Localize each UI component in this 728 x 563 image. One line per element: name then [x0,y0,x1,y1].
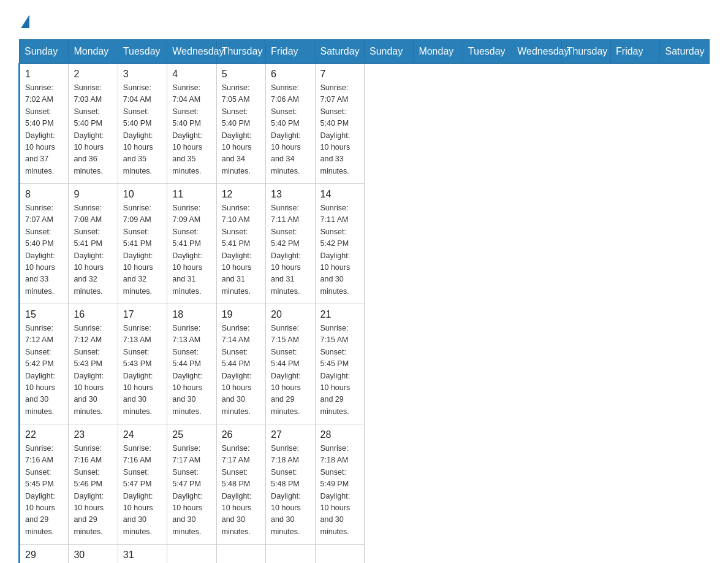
day-cell: 14 Sunrise: 7:11 AMSunset: 5:42 PMDaylig… [315,184,364,304]
day-number: 25 [172,429,211,440]
header-friday: Friday [266,40,315,64]
day-cell: 18 Sunrise: 7:13 AMSunset: 5:44 PMDaylig… [167,304,216,424]
day-cell: 21 Sunrise: 7:15 AMSunset: 5:45 PMDaylig… [315,304,364,424]
day-number: 8 [25,189,63,200]
day-cell: 30 Sunrise: 7:19 AMSunset: 5:50 PMDaylig… [69,545,118,564]
week-row-2: 8 Sunrise: 7:07 AMSunset: 5:40 PMDayligh… [20,184,710,304]
header-tuesday: Tuesday [118,40,167,64]
day-info: Sunrise: 7:08 AMSunset: 5:41 PMDaylight:… [74,202,112,297]
day-number: 19 [222,309,260,320]
header-friday: Friday [611,40,660,64]
calendar-table: SundayMondayTuesdayWednesdayThursdayFrid… [18,39,710,563]
day-info: Sunrise: 7:04 AMSunset: 5:40 PMDaylight:… [172,82,211,177]
day-cell: 16 Sunrise: 7:12 AMSunset: 5:43 PMDaylig… [69,304,118,424]
day-info: Sunrise: 7:17 AMSunset: 5:47 PMDaylight:… [172,443,211,538]
day-info: Sunrise: 7:04 AMSunset: 5:40 PMDaylight:… [123,82,162,177]
day-number: 15 [25,309,63,320]
day-number: 1 [25,69,63,80]
header-thursday: Thursday [216,40,265,64]
day-number: 29 [25,550,63,561]
header-sunday: Sunday [364,40,413,64]
day-cell [266,545,315,564]
day-cell [167,545,216,564]
day-info: Sunrise: 7:10 AMSunset: 5:41 PMDaylight:… [222,202,260,297]
day-cell: 2 Sunrise: 7:03 AMSunset: 5:40 PMDayligh… [69,64,118,184]
day-cell [216,545,265,564]
day-cell: 10 Sunrise: 7:09 AMSunset: 5:41 PMDaylig… [118,184,167,304]
day-cell: 28 Sunrise: 7:18 AMSunset: 5:49 PMDaylig… [315,424,364,545]
day-cell: 25 Sunrise: 7:17 AMSunset: 5:47 PMDaylig… [167,424,216,545]
day-info: Sunrise: 7:16 AMSunset: 5:47 PMDaylight:… [123,443,162,538]
header-tuesday: Tuesday [463,40,512,64]
day-number: 21 [320,309,359,320]
week-row-1: 1 Sunrise: 7:02 AMSunset: 5:40 PMDayligh… [20,64,710,184]
day-cell: 15 Sunrise: 7:12 AMSunset: 5:42 PMDaylig… [20,304,69,424]
day-number: 31 [123,550,162,561]
day-info: Sunrise: 7:11 AMSunset: 5:42 PMDaylight:… [320,202,359,297]
day-number: 22 [25,429,63,440]
header-saturday: Saturday [315,40,364,64]
day-cell: 5 Sunrise: 7:05 AMSunset: 5:40 PMDayligh… [216,64,265,184]
day-info: Sunrise: 7:07 AMSunset: 5:40 PMDaylight:… [320,82,359,177]
day-info: Sunrise: 7:13 AMSunset: 5:44 PMDaylight:… [172,323,211,418]
logo [18,12,29,28]
day-number: 11 [172,189,211,200]
day-cell: 9 Sunrise: 7:08 AMSunset: 5:41 PMDayligh… [69,184,118,304]
day-number: 27 [271,429,309,440]
day-info: Sunrise: 7:15 AMSunset: 5:44 PMDaylight:… [271,323,309,418]
day-info: Sunrise: 7:14 AMSunset: 5:44 PMDaylight:… [222,323,260,418]
week-row-5: 29 Sunrise: 7:18 AMSunset: 5:49 PMDaylig… [20,545,710,564]
day-info: Sunrise: 7:12 AMSunset: 5:43 PMDaylight:… [74,323,112,418]
day-cell: 1 Sunrise: 7:02 AMSunset: 5:40 PMDayligh… [20,64,69,184]
week-row-4: 22 Sunrise: 7:16 AMSunset: 5:45 PMDaylig… [20,424,710,545]
day-info: Sunrise: 7:13 AMSunset: 5:43 PMDaylight:… [123,323,162,418]
day-info: Sunrise: 7:07 AMSunset: 5:40 PMDaylight:… [25,202,63,297]
day-info: Sunrise: 7:11 AMSunset: 5:42 PMDaylight:… [271,202,309,297]
day-number: 2 [74,69,112,80]
day-cell: 20 Sunrise: 7:15 AMSunset: 5:44 PMDaylig… [266,304,315,424]
day-info: Sunrise: 7:03 AMSunset: 5:40 PMDaylight:… [74,82,112,177]
header-monday: Monday [69,40,118,64]
day-cell [315,545,364,564]
day-cell: 24 Sunrise: 7:16 AMSunset: 5:47 PMDaylig… [118,424,167,545]
day-number: 7 [320,69,359,80]
day-number: 9 [74,189,112,200]
day-number: 24 [123,429,162,440]
day-cell: 4 Sunrise: 7:04 AMSunset: 5:40 PMDayligh… [167,64,216,184]
day-cell: 12 Sunrise: 7:10 AMSunset: 5:41 PMDaylig… [216,184,265,304]
day-number: 14 [320,189,359,200]
day-info: Sunrise: 7:17 AMSunset: 5:48 PMDaylight:… [222,443,260,538]
day-cell: 7 Sunrise: 7:07 AMSunset: 5:40 PMDayligh… [315,64,364,184]
day-number: 17 [123,309,162,320]
day-number: 13 [271,189,309,200]
day-info: Sunrise: 7:16 AMSunset: 5:45 PMDaylight:… [25,443,63,538]
header-wednesday: Wednesday [512,40,561,64]
day-info: Sunrise: 7:12 AMSunset: 5:42 PMDaylight:… [25,323,63,418]
day-number: 10 [123,189,162,200]
page-header [18,12,710,28]
day-number: 26 [222,429,260,440]
day-info: Sunrise: 7:09 AMSunset: 5:41 PMDaylight:… [172,202,211,297]
day-cell: 13 Sunrise: 7:11 AMSunset: 5:42 PMDaylig… [266,184,315,304]
day-cell: 27 Sunrise: 7:18 AMSunset: 5:48 PMDaylig… [266,424,315,545]
day-info: Sunrise: 7:16 AMSunset: 5:46 PMDaylight:… [74,443,112,538]
header-sunday: Sunday [20,40,69,64]
day-number: 5 [222,69,260,80]
day-number: 16 [74,309,112,320]
day-info: Sunrise: 7:02 AMSunset: 5:40 PMDaylight:… [25,82,63,177]
day-cell: 29 Sunrise: 7:18 AMSunset: 5:49 PMDaylig… [20,545,69,564]
calendar-header-row: SundayMondayTuesdayWednesdayThursdayFrid… [20,40,710,64]
day-cell: 17 Sunrise: 7:13 AMSunset: 5:43 PMDaylig… [118,304,167,424]
day-info: Sunrise: 7:09 AMSunset: 5:41 PMDaylight:… [123,202,162,297]
day-number: 20 [271,309,309,320]
day-cell: 22 Sunrise: 7:16 AMSunset: 5:45 PMDaylig… [20,424,69,545]
header-saturday: Saturday [660,40,710,64]
day-cell: 19 Sunrise: 7:14 AMSunset: 5:44 PMDaylig… [216,304,265,424]
day-cell: 3 Sunrise: 7:04 AMSunset: 5:40 PMDayligh… [118,64,167,184]
day-info: Sunrise: 7:06 AMSunset: 5:40 PMDaylight:… [271,82,309,177]
day-number: 30 [74,550,112,561]
day-info: Sunrise: 7:15 AMSunset: 5:45 PMDaylight:… [320,323,359,418]
day-number: 12 [222,189,260,200]
day-cell: 26 Sunrise: 7:17 AMSunset: 5:48 PMDaylig… [216,424,265,545]
day-info: Sunrise: 7:18 AMSunset: 5:48 PMDaylight:… [271,443,309,538]
